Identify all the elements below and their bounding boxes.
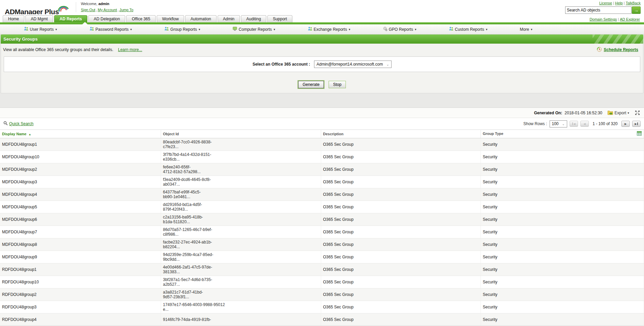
fullscreen-button[interactable] (635, 110, 640, 115)
quick-search[interactable]: Quick Search (3, 121, 34, 126)
sub-link[interactable]: AD Explorer (620, 17, 640, 21)
user-link[interactable]: My Account (98, 8, 119, 12)
username: admin (98, 2, 109, 6)
cell-display-name: RDFDOU48group10 (0, 276, 161, 288)
cell-object-id: 86d70a57-1265-46c7-b9ef- c8f986... (161, 226, 321, 238)
report-menu-item[interactable]: Group Reports ▾ (164, 26, 200, 32)
tab[interactable]: AD Reports (54, 15, 87, 22)
table-row[interactable]: RDFDOU48group3 17497e17-6546-4003-9988-9… (0, 301, 644, 313)
chevron-down-icon: ⌄ (386, 63, 389, 66)
cell-group-type: Security (481, 288, 644, 301)
show-rows-select[interactable]: 100 ⌄ (550, 120, 567, 127)
cell-group-type: Security (481, 151, 644, 163)
top-header: ADManager Plus Welcome, admin Sign OutMy… (0, 0, 644, 14)
cell-description: O365 Sec Group (321, 301, 481, 313)
tab[interactable]: Admin (218, 15, 240, 22)
quick-search-link[interactable]: Quick Search (9, 121, 34, 126)
generate-button[interactable]: Generate (298, 81, 324, 88)
cell-group-type: Security (481, 251, 644, 263)
top-link[interactable]: TalkBack (626, 1, 641, 5)
search-go-button[interactable]: → (632, 6, 641, 14)
tab[interactable]: Auditing (241, 15, 266, 22)
last-page-button[interactable]: ▶ (632, 121, 641, 127)
table-row[interactable]: MDFDOU48group7 86d70a57-1265-46c7-b9ef- … (0, 226, 644, 238)
cell-description: O365 Sec Group (321, 238, 481, 251)
cell-group-type: Security (481, 213, 644, 226)
cell-description: O365 Sec Group (321, 263, 481, 276)
list-controls-row: Quick Search Show Rows : 100 ⌄ ◀ ◀ 1 - 1… (0, 118, 644, 130)
table-row[interactable]: MDFDOU48group8 facbe232-27ec-4924-ab1b- … (0, 238, 644, 251)
column-header-description[interactable]: Description (321, 130, 481, 138)
cell-display-name: RDFDOU48group3 (0, 301, 161, 313)
user-link[interactable]: Jump To (119, 8, 133, 12)
tab[interactable]: Home (3, 15, 24, 22)
column-chooser-icon[interactable] (637, 131, 642, 136)
account-select[interactable]: Admin@forreport14.onmicrosoft.com ⌄ (314, 61, 392, 68)
tab[interactable]: Automation (185, 15, 217, 22)
tab[interactable]: AD Delegation (88, 15, 125, 22)
cell-object-id: 94d2359e-259b-4ca7-85ed- 9bc9dd... (161, 251, 321, 263)
tab[interactable]: Office 365 (126, 15, 155, 22)
report-menu-item[interactable]: More ▾ (520, 27, 532, 32)
people-icon (24, 26, 29, 32)
search-input[interactable] (565, 6, 631, 14)
chevron-down-icon: ▾ (627, 111, 629, 115)
tab[interactable]: Support (267, 15, 292, 22)
results-table: Display Name ▲ Object Id Description Gro… (0, 130, 644, 326)
cell-group-type: Security (481, 201, 644, 213)
schedule-clock-icon (597, 47, 602, 53)
top-link[interactable]: Help (615, 1, 625, 5)
table-row[interactable]: MDFDOU48group2 fe6ee240-656f- 4712-81b2-… (0, 163, 644, 176)
export-icon (607, 110, 613, 116)
cell-object-id: 4e00d466-2af1-47c5-97de- 381383... (161, 263, 321, 276)
table-row[interactable]: MDFDOU48group1 80eadcbf-7cc0-4926-8838- … (0, 138, 644, 151)
cell-description: O365 Sec Group (321, 138, 481, 151)
user-link[interactable]: Sign Out (81, 8, 98, 12)
people-icon (89, 26, 94, 32)
show-rows-label: Show Rows : (523, 121, 547, 126)
learn-more-link[interactable]: Learn more... (118, 47, 142, 52)
next-page-button[interactable]: ▶ (621, 121, 630, 127)
cell-group-type: Security (481, 138, 644, 151)
table-row[interactable]: MDFDOU48group10 3f7fb7bd-4a14-432d-8151-… (0, 151, 644, 163)
column-header-display-name[interactable]: Display Name ▲ (0, 130, 161, 138)
report-menu-item[interactable]: Custom Reports ▾ (449, 26, 487, 32)
main-tabs: Home AD Mgmt AD Reports AD Delegation Of… (0, 14, 644, 22)
chevron-down-icon: ⌄ (562, 122, 565, 126)
report-menu-item[interactable]: Password Reports ▾ (89, 26, 132, 32)
table-row[interactable]: MDFDOU48group3 f3ea2409-dcd6-4645-8cf8- … (0, 176, 644, 188)
tab[interactable]: Workflow (157, 15, 184, 22)
export-button[interactable]: Export ▾ (607, 110, 629, 116)
table-row[interactable]: MDFDOU48group4 64377baf-e99f-45c5- bb90-… (0, 188, 644, 201)
report-menu-item[interactable]: Computer Reports ▾ (232, 26, 275, 32)
table-row[interactable]: RDFDOU48group1 4e00d466-2af1-47c5-97de- … (0, 263, 644, 276)
table-row[interactable]: RDFDOU48group10 3bf287a1-5ec7-4d6d-b735-… (0, 276, 644, 288)
cell-object-id: f3ea2409-dcd6-4645-8cf8- ab0347... (161, 176, 321, 188)
cell-display-name: MDFDOU48group7 (0, 226, 161, 238)
account-select-box: Select an Office 365 account : Admin@for… (4, 56, 640, 72)
column-header-group-type[interactable]: Group Type (481, 130, 644, 138)
cell-object-id: 64377baf-e99f-45c5- bb90-1e0461... (161, 188, 321, 201)
table-row[interactable]: MDFDOU48group6 c2a13156-ba95-418b- b1da-… (0, 213, 644, 226)
report-menu-item[interactable]: Exchange Reports ▾ (308, 26, 350, 32)
table-row[interactable]: MDFDOU48group9 94d2359e-259b-4ca7-85ed- … (0, 251, 644, 263)
report-menu-item[interactable]: GPO Reports ▾ (383, 26, 417, 32)
cell-group-type: Security (481, 238, 644, 251)
report-menu-item[interactable]: User Reports ▾ (24, 26, 57, 32)
chevron-down-icon: ▾ (55, 28, 57, 31)
tab[interactable]: AD Mgmt (25, 15, 53, 22)
schedule-reports-link[interactable]: Schedule Reports (604, 47, 638, 52)
chevron-down-icon: ▾ (349, 28, 350, 31)
table-row[interactable]: RDFDOU48group4 9146fc79-74da-4919-81fb- … (0, 313, 644, 326)
stop-button[interactable]: Stop (329, 81, 346, 88)
sub-link[interactable]: Domain Settings (590, 17, 620, 21)
band-decoration (593, 34, 643, 44)
column-header-object-id[interactable]: Object Id (161, 130, 321, 138)
prev-page-button[interactable]: ◀ (580, 121, 589, 127)
people-icon (449, 26, 454, 32)
first-page-button[interactable]: ◀ (570, 121, 578, 127)
top-link[interactable]: License (599, 1, 615, 5)
table-row[interactable]: MDFDOU48group5 dd29165d-bd1a-4d5f- 879f-… (0, 201, 644, 213)
cell-object-id: 3f7fb7bd-4a14-432d-8151- e336cb... (161, 151, 321, 163)
table-row[interactable]: RDFDOU48group2 a3a821c7-61d7-41bd- 9d57-… (0, 288, 644, 301)
